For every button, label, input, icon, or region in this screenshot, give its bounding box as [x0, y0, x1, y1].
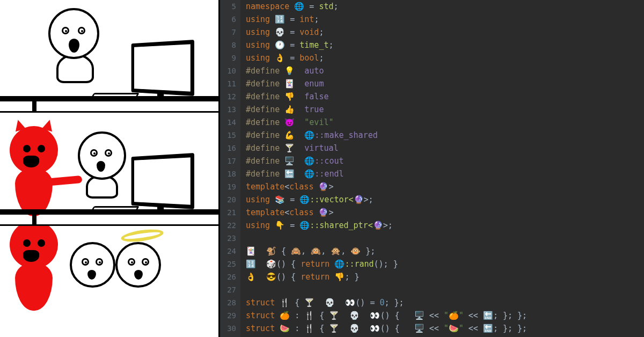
code-token: = — [285, 39, 299, 52]
code-line[interactable]: using 💀 = void; — [246, 26, 644, 39]
code-token: < — [284, 180, 289, 193]
code-token: { — [276, 245, 291, 258]
code-line[interactable]: using 🕐 = time_t; — [246, 39, 644, 52]
monitor-icon — [131, 153, 194, 209]
code-line[interactable]: struct 🍉 : 🍴 { 🍸 💀 👀() { 🖥 << "🍉" << 🔚; … — [246, 322, 644, 335]
line-number: 17 — [220, 155, 236, 167]
code-token: << — [464, 309, 483, 322]
code-token: 🌐 — [294, 0, 304, 13]
code-token: using — [246, 39, 275, 52]
code-line[interactable]: #define 👎 false — [246, 90, 644, 103]
code-token: 💀 — [325, 296, 345, 309]
code-token: false — [295, 90, 328, 103]
code-line[interactable]: template<class 🔮> — [246, 206, 644, 219]
code-line[interactable]: #define 🍸 virtual — [246, 142, 644, 155]
code-token: 😈 — [284, 116, 295, 129]
code-token: void — [299, 26, 319, 39]
figure-eye — [78, 27, 85, 34]
code-token: #define — [246, 64, 284, 77]
code-token: return — [301, 270, 334, 283]
figure-head — [78, 131, 126, 180]
code-token: ::endl — [314, 167, 343, 180]
code-line[interactable]: #define 🖥 🌐::cout — [246, 155, 644, 167]
code-token — [295, 116, 304, 129]
code-token: = — [285, 219, 299, 232]
figure-eye — [62, 27, 69, 34]
code-token: template — [246, 206, 284, 219]
code-token: ; }; — [385, 296, 404, 309]
code-line[interactable]: #define 👍 true — [246, 103, 644, 116]
code-token: "evil" — [304, 116, 333, 129]
code-token: 🖥 — [284, 155, 295, 167]
code-line[interactable]: #define 😈 "evil" — [246, 116, 644, 129]
code-line[interactable]: 🔢 🎲() { return 🌐::rand(); } — [246, 258, 644, 270]
code-line[interactable]: using 📚 = 🌐::vector<🔮>; — [246, 193, 644, 206]
code-line[interactable]: #define 🃏 enum — [246, 77, 644, 90]
code-token: 🌐 — [334, 258, 345, 270]
line-number: 14 — [220, 116, 236, 129]
code-editor: 5678910111213141516171819202122232425262… — [220, 0, 644, 337]
code-token: ; — [334, 0, 339, 13]
code-line[interactable]: using 👇 = 🌐::shared_ptr<🔮>; — [246, 219, 644, 232]
code-token — [295, 167, 304, 180]
code-line[interactable]: namespace 🌐 = std; — [246, 0, 644, 13]
code-token: = — [285, 193, 299, 206]
code-line[interactable]: #define 🔚 🌐::endl — [246, 167, 644, 180]
line-number: 8 — [220, 39, 236, 52]
code-token: 🙊 — [331, 245, 341, 258]
code-token: time_t — [299, 39, 328, 52]
code-line[interactable] — [246, 283, 644, 296]
code-line[interactable]: #define 💡 auto — [246, 64, 644, 77]
code-token: ; — [319, 52, 324, 64]
code-token: #define — [246, 116, 284, 129]
code-area[interactable]: namespace 🌐 = std;using 🔢 = int;using 💀 … — [240, 0, 644, 337]
code-token: << — [425, 322, 444, 335]
code-token: = — [285, 52, 299, 64]
code-token: #define — [246, 167, 284, 180]
code-token: 👀 — [345, 296, 355, 309]
code-token: }; — [361, 245, 375, 258]
code-token: < — [284, 206, 289, 219]
code-token: 💡 — [284, 64, 295, 77]
code-token: #define — [246, 142, 284, 155]
code-token: , — [321, 245, 331, 258]
code-token: 🍸 — [304, 296, 325, 309]
desk-icon — [0, 96, 218, 101]
code-token: () { — [380, 322, 414, 335]
code-line[interactable]: #define 💪 🌐::make_shared — [246, 129, 644, 142]
code-token: 💀 — [349, 322, 370, 335]
code-token: 📚 — [275, 193, 285, 206]
code-line[interactable] — [246, 232, 644, 245]
code-token: ::vector< — [310, 193, 353, 206]
comic-panel-2 — [0, 113, 218, 225]
code-token: 🌐 — [299, 193, 310, 206]
line-number: 30 — [220, 322, 236, 335]
code-token: "🍊" — [444, 309, 464, 322]
code-token: ::rand — [345, 258, 374, 270]
code-token: ; }; }; — [493, 309, 527, 322]
code-line[interactable]: 👌 😎() { return 👎; } — [246, 270, 644, 283]
code-token: { — [314, 309, 329, 322]
code-line[interactable]: struct 🍴 { 🍸 💀 👀() = 0; }; — [246, 296, 644, 309]
code-line[interactable]: 🃏 🐒 { 🙈, 🙉, 🙊, 🐵 }; — [246, 245, 644, 258]
code-token: bool — [299, 52, 319, 64]
figure-eye — [128, 258, 135, 266]
line-number: 22 — [220, 219, 236, 232]
code-token: = — [285, 13, 299, 26]
code-token: 🍸 — [329, 309, 349, 322]
code-token: ::make_shared — [314, 129, 377, 142]
code-line[interactable]: template<class 🔮> — [246, 180, 644, 193]
code-token: struct — [246, 296, 280, 309]
line-number: 13 — [220, 103, 236, 116]
line-number: 15 — [220, 129, 236, 142]
code-line[interactable]: struct 🍊 : 🍴 { 🍸 💀 👀() { 🖥 << "🍊" << 🔚; … — [246, 309, 644, 322]
code-token: = — [285, 26, 299, 39]
code-token: #define — [246, 129, 284, 142]
code-line[interactable]: using 🔢 = int; — [246, 13, 644, 26]
line-number: 23 — [220, 232, 236, 245]
code-token: << — [464, 322, 483, 335]
code-token: 🐒 — [266, 245, 276, 258]
code-token: 🍴 — [304, 309, 314, 322]
line-number: 20 — [220, 193, 236, 206]
code-line[interactable]: using 👌 = bool; — [246, 52, 644, 64]
